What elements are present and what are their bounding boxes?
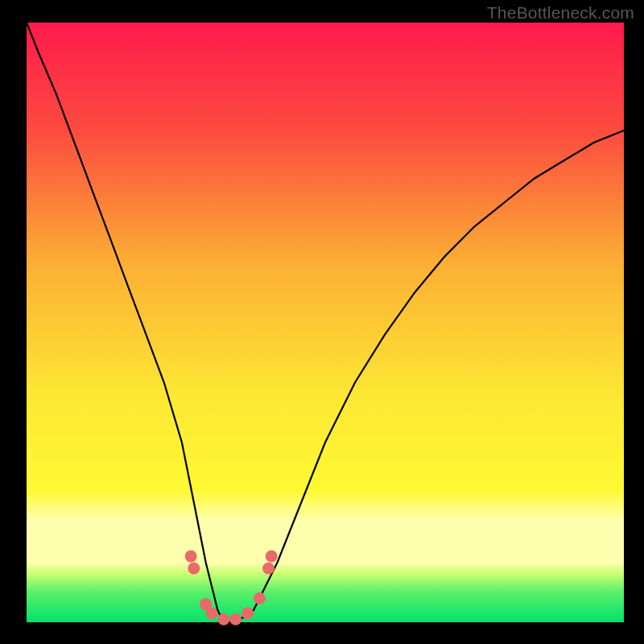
highlight-dot <box>188 563 200 575</box>
highlight-dot <box>262 563 275 575</box>
highlight-dot <box>242 607 254 619</box>
highlight-dot <box>254 592 266 605</box>
highlight-dot <box>229 613 242 625</box>
chart-container: TheBottleneck.com <box>0 0 644 644</box>
highlight-dot <box>217 613 229 625</box>
highlight-dot <box>185 551 197 563</box>
highlight-dot <box>206 607 218 619</box>
highlight-dot <box>266 551 278 563</box>
gradient-panel <box>27 23 624 622</box>
watermark-text: TheBottleneck.com <box>487 3 634 23</box>
plot-svg <box>0 0 644 644</box>
